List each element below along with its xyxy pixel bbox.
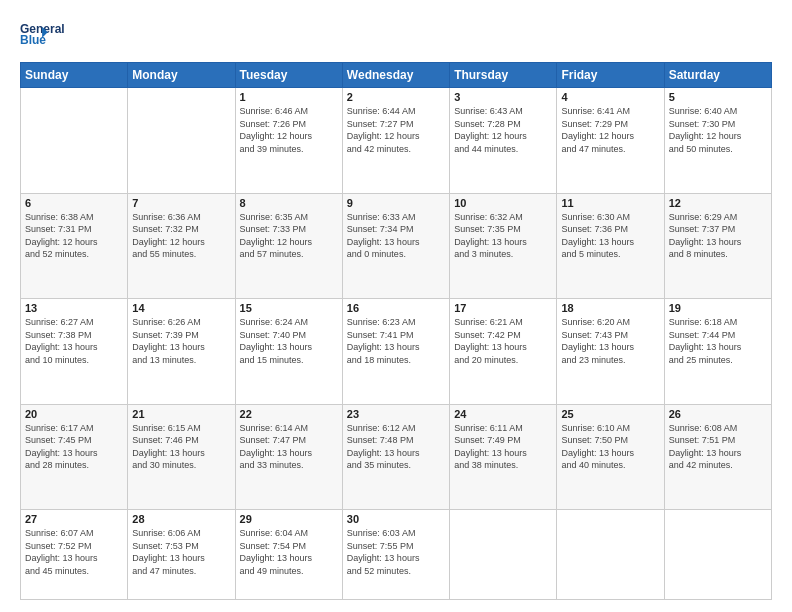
day-info: Sunrise: 6:11 AM Sunset: 7:49 PM Dayligh… — [454, 422, 552, 472]
day-number: 9 — [347, 197, 445, 209]
day-info: Sunrise: 6:35 AM Sunset: 7:33 PM Dayligh… — [240, 211, 338, 261]
logo: General Blue — [20, 18, 80, 52]
calendar-cell: 7Sunrise: 6:36 AM Sunset: 7:32 PM Daylig… — [128, 193, 235, 299]
day-number: 25 — [561, 408, 659, 420]
page: General Blue SundayMondayTuesdayWednesda… — [0, 0, 792, 612]
day-number: 26 — [669, 408, 767, 420]
day-info: Sunrise: 6:14 AM Sunset: 7:47 PM Dayligh… — [240, 422, 338, 472]
day-number: 20 — [25, 408, 123, 420]
calendar-header-row: SundayMondayTuesdayWednesdayThursdayFrid… — [21, 63, 772, 88]
day-info: Sunrise: 6:43 AM Sunset: 7:28 PM Dayligh… — [454, 105, 552, 155]
day-number: 13 — [25, 302, 123, 314]
day-info: Sunrise: 6:40 AM Sunset: 7:30 PM Dayligh… — [669, 105, 767, 155]
day-number: 2 — [347, 91, 445, 103]
calendar-cell — [664, 510, 771, 600]
calendar-cell: 2Sunrise: 6:44 AM Sunset: 7:27 PM Daylig… — [342, 88, 449, 194]
day-number: 24 — [454, 408, 552, 420]
day-info: Sunrise: 6:12 AM Sunset: 7:48 PM Dayligh… — [347, 422, 445, 472]
calendar-cell: 28Sunrise: 6:06 AM Sunset: 7:53 PM Dayli… — [128, 510, 235, 600]
calendar-cell: 21Sunrise: 6:15 AM Sunset: 7:46 PM Dayli… — [128, 404, 235, 510]
day-info: Sunrise: 6:29 AM Sunset: 7:37 PM Dayligh… — [669, 211, 767, 261]
day-number: 18 — [561, 302, 659, 314]
day-info: Sunrise: 6:04 AM Sunset: 7:54 PM Dayligh… — [240, 527, 338, 577]
calendar-cell: 17Sunrise: 6:21 AM Sunset: 7:42 PM Dayli… — [450, 299, 557, 405]
day-number: 21 — [132, 408, 230, 420]
calendar-cell — [557, 510, 664, 600]
day-info: Sunrise: 6:38 AM Sunset: 7:31 PM Dayligh… — [25, 211, 123, 261]
day-number: 1 — [240, 91, 338, 103]
day-number: 14 — [132, 302, 230, 314]
day-info: Sunrise: 6:23 AM Sunset: 7:41 PM Dayligh… — [347, 316, 445, 366]
calendar-cell: 10Sunrise: 6:32 AM Sunset: 7:35 PM Dayli… — [450, 193, 557, 299]
calendar-cell: 12Sunrise: 6:29 AM Sunset: 7:37 PM Dayli… — [664, 193, 771, 299]
calendar-cell: 23Sunrise: 6:12 AM Sunset: 7:48 PM Dayli… — [342, 404, 449, 510]
calendar-col-wednesday: Wednesday — [342, 63, 449, 88]
day-number: 23 — [347, 408, 445, 420]
calendar-cell: 20Sunrise: 6:17 AM Sunset: 7:45 PM Dayli… — [21, 404, 128, 510]
day-number: 30 — [347, 513, 445, 525]
day-number: 5 — [669, 91, 767, 103]
calendar-week-5: 27Sunrise: 6:07 AM Sunset: 7:52 PM Dayli… — [21, 510, 772, 600]
day-info: Sunrise: 6:33 AM Sunset: 7:34 PM Dayligh… — [347, 211, 445, 261]
calendar-col-friday: Friday — [557, 63, 664, 88]
day-info: Sunrise: 6:07 AM Sunset: 7:52 PM Dayligh… — [25, 527, 123, 577]
day-info: Sunrise: 6:46 AM Sunset: 7:26 PM Dayligh… — [240, 105, 338, 155]
calendar-cell — [128, 88, 235, 194]
calendar-cell: 15Sunrise: 6:24 AM Sunset: 7:40 PM Dayli… — [235, 299, 342, 405]
day-number: 22 — [240, 408, 338, 420]
day-number: 10 — [454, 197, 552, 209]
calendar-cell: 26Sunrise: 6:08 AM Sunset: 7:51 PM Dayli… — [664, 404, 771, 510]
day-info: Sunrise: 6:24 AM Sunset: 7:40 PM Dayligh… — [240, 316, 338, 366]
day-number: 16 — [347, 302, 445, 314]
calendar-table: SundayMondayTuesdayWednesdayThursdayFrid… — [20, 62, 772, 600]
calendar-cell: 16Sunrise: 6:23 AM Sunset: 7:41 PM Dayli… — [342, 299, 449, 405]
calendar-cell: 30Sunrise: 6:03 AM Sunset: 7:55 PM Dayli… — [342, 510, 449, 600]
calendar-cell: 14Sunrise: 6:26 AM Sunset: 7:39 PM Dayli… — [128, 299, 235, 405]
day-info: Sunrise: 6:15 AM Sunset: 7:46 PM Dayligh… — [132, 422, 230, 472]
day-info: Sunrise: 6:03 AM Sunset: 7:55 PM Dayligh… — [347, 527, 445, 577]
calendar-cell: 11Sunrise: 6:30 AM Sunset: 7:36 PM Dayli… — [557, 193, 664, 299]
calendar-cell: 22Sunrise: 6:14 AM Sunset: 7:47 PM Dayli… — [235, 404, 342, 510]
day-number: 6 — [25, 197, 123, 209]
calendar-cell: 6Sunrise: 6:38 AM Sunset: 7:31 PM Daylig… — [21, 193, 128, 299]
calendar-col-sunday: Sunday — [21, 63, 128, 88]
day-info: Sunrise: 6:32 AM Sunset: 7:35 PM Dayligh… — [454, 211, 552, 261]
calendar-cell: 18Sunrise: 6:20 AM Sunset: 7:43 PM Dayli… — [557, 299, 664, 405]
day-info: Sunrise: 6:30 AM Sunset: 7:36 PM Dayligh… — [561, 211, 659, 261]
calendar-cell: 3Sunrise: 6:43 AM Sunset: 7:28 PM Daylig… — [450, 88, 557, 194]
day-number: 12 — [669, 197, 767, 209]
day-info: Sunrise: 6:06 AM Sunset: 7:53 PM Dayligh… — [132, 527, 230, 577]
day-number: 19 — [669, 302, 767, 314]
calendar-cell: 29Sunrise: 6:04 AM Sunset: 7:54 PM Dayli… — [235, 510, 342, 600]
day-info: Sunrise: 6:17 AM Sunset: 7:45 PM Dayligh… — [25, 422, 123, 472]
day-number: 4 — [561, 91, 659, 103]
calendar-cell: 24Sunrise: 6:11 AM Sunset: 7:49 PM Dayli… — [450, 404, 557, 510]
calendar-cell — [450, 510, 557, 600]
day-info: Sunrise: 6:44 AM Sunset: 7:27 PM Dayligh… — [347, 105, 445, 155]
day-info: Sunrise: 6:36 AM Sunset: 7:32 PM Dayligh… — [132, 211, 230, 261]
calendar-col-tuesday: Tuesday — [235, 63, 342, 88]
day-number: 3 — [454, 91, 552, 103]
calendar-cell: 5Sunrise: 6:40 AM Sunset: 7:30 PM Daylig… — [664, 88, 771, 194]
day-number: 15 — [240, 302, 338, 314]
header: General Blue — [20, 18, 772, 52]
logo-icon: General Blue — [20, 18, 80, 52]
calendar-cell: 4Sunrise: 6:41 AM Sunset: 7:29 PM Daylig… — [557, 88, 664, 194]
day-number: 17 — [454, 302, 552, 314]
day-number: 27 — [25, 513, 123, 525]
day-number: 29 — [240, 513, 338, 525]
day-info: Sunrise: 6:27 AM Sunset: 7:38 PM Dayligh… — [25, 316, 123, 366]
calendar-cell: 9Sunrise: 6:33 AM Sunset: 7:34 PM Daylig… — [342, 193, 449, 299]
day-info: Sunrise: 6:26 AM Sunset: 7:39 PM Dayligh… — [132, 316, 230, 366]
calendar-week-1: 1Sunrise: 6:46 AM Sunset: 7:26 PM Daylig… — [21, 88, 772, 194]
calendar-cell: 1Sunrise: 6:46 AM Sunset: 7:26 PM Daylig… — [235, 88, 342, 194]
calendar-week-2: 6Sunrise: 6:38 AM Sunset: 7:31 PM Daylig… — [21, 193, 772, 299]
day-info: Sunrise: 6:18 AM Sunset: 7:44 PM Dayligh… — [669, 316, 767, 366]
calendar-cell: 27Sunrise: 6:07 AM Sunset: 7:52 PM Dayli… — [21, 510, 128, 600]
calendar-cell: 8Sunrise: 6:35 AM Sunset: 7:33 PM Daylig… — [235, 193, 342, 299]
calendar-col-thursday: Thursday — [450, 63, 557, 88]
day-number: 8 — [240, 197, 338, 209]
calendar-cell: 13Sunrise: 6:27 AM Sunset: 7:38 PM Dayli… — [21, 299, 128, 405]
day-info: Sunrise: 6:20 AM Sunset: 7:43 PM Dayligh… — [561, 316, 659, 366]
day-number: 7 — [132, 197, 230, 209]
